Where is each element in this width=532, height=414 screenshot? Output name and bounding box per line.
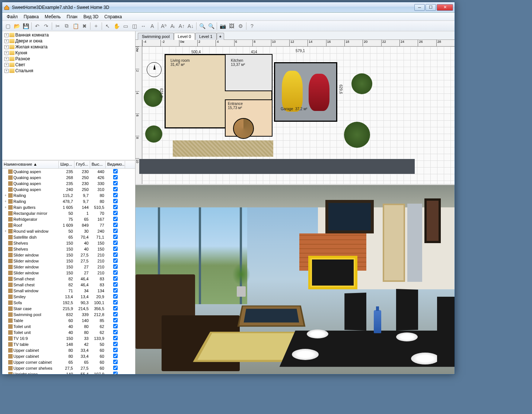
expand-icon[interactable]: + — [4, 63, 9, 67]
undo-button[interactable]: ↶ — [33, 22, 41, 30]
furniture-row[interactable]: Quaking aspen268250426 — [2, 175, 135, 181]
zoom-in-button[interactable]: 🔍 — [207, 22, 215, 30]
furniture-row[interactable]: Small chest8246,483 — [2, 282, 135, 288]
visible-checkbox[interactable] — [113, 342, 118, 346]
visible-checkbox[interactable] — [113, 258, 118, 263]
view-3d[interactable]: ✥ — [136, 185, 455, 374]
visible-checkbox[interactable] — [113, 282, 118, 287]
add-level-button[interactable]: + — [217, 33, 224, 40]
create-dimensions-button[interactable]: ↔ — [139, 22, 147, 30]
furniture-row[interactable]: Slider window15027,5210 — [2, 252, 135, 258]
furniture-row[interactable]: +Railing478,79,780 — [2, 198, 135, 204]
create-rooms-button[interactable]: ◫ — [130, 22, 138, 30]
visible-checkbox[interactable] — [113, 246, 118, 251]
garage-room[interactable] — [274, 62, 337, 122]
furniture-row[interactable]: Shelves15040150 — [2, 240, 135, 246]
furniture-row[interactable]: TV table1484250 — [2, 341, 135, 347]
furniture-row[interactable]: +Rain gutters1 605144510,5 — [2, 204, 135, 210]
expand-icon[interactable]: + — [4, 51, 9, 55]
furniture-row[interactable]: Upright piano14055,4107,9 — [2, 371, 135, 374]
floor-plan[interactable]: Living room31,47 м² Kitchen13,37 м² Entr… — [162, 51, 351, 174]
visible-checkbox[interactable] — [113, 223, 118, 227]
visible-checkbox[interactable] — [113, 175, 118, 179]
visible-checkbox[interactable] — [113, 264, 118, 269]
col-header-width[interactable]: Шир... — [59, 161, 74, 168]
visible-checkbox[interactable] — [113, 181, 118, 185]
furniture-row[interactable]: Satellite dish6570,471,1 — [2, 234, 135, 240]
furniture-row[interactable]: Upper corner shelves27,527,560 — [2, 365, 135, 371]
visible-checkbox[interactable] — [113, 235, 118, 239]
furniture-row[interactable]: Table6014085 — [2, 318, 135, 324]
furniture-catalog[interactable]: +Ванная комната+Двери и окна+Жилая комна… — [2, 31, 135, 161]
furniture-row[interactable]: Smiley13,413,420,9 — [2, 294, 135, 300]
visible-checkbox[interactable] — [113, 288, 118, 293]
select-button[interactable]: ↖ — [103, 22, 112, 30]
catalog-item[interactable]: +Ванная комната — [3, 32, 134, 38]
visible-checkbox[interactable] — [113, 252, 118, 257]
catalog-item[interactable]: +Разное — [3, 56, 134, 62]
expand-icon[interactable]: + — [4, 57, 9, 61]
new-file-button[interactable]: ▢ — [4, 22, 12, 30]
catalog-item[interactable]: +Свет — [3, 62, 134, 68]
text-bold-button[interactable]: Aᵇ — [160, 22, 168, 30]
paste-button[interactable]: 📋 — [71, 22, 80, 30]
furniture-row[interactable]: Slider window15027,5210 — [2, 258, 135, 264]
pool-area[interactable] — [139, 159, 415, 174]
visible-checkbox[interactable] — [113, 229, 118, 233]
furniture-row[interactable]: Quaking aspen240250310 — [2, 187, 135, 192]
furniture-row[interactable]: Stair case215,9214,5356,5 — [2, 306, 135, 312]
visible-checkbox[interactable] — [113, 211, 118, 215]
add-furniture-button[interactable]: ＋ — [92, 22, 100, 30]
furniture-row[interactable]: Upper corner cabinet656560 — [2, 359, 135, 365]
expand-icon[interactable]: + — [4, 39, 9, 43]
furniture-row[interactable]: Slider window15027210 — [2, 264, 135, 270]
visible-checkbox[interactable] — [113, 217, 118, 221]
menu-Вид 3D[interactable]: Вид 3D — [80, 13, 101, 20]
visible-checkbox[interactable] — [113, 318, 118, 322]
catalog-item[interactable]: +Двери и окна — [3, 38, 134, 44]
visible-checkbox[interactable] — [113, 366, 118, 370]
increase-size-button[interactable]: A↑ — [178, 22, 186, 30]
staircase[interactable] — [233, 118, 254, 139]
text-italic-button[interactable]: Aᵢ — [169, 22, 177, 30]
titlebar[interactable]: SweetHome3DExample7.sh3d - Sweet Home 3D… — [2, 2, 455, 13]
visible-checkbox[interactable] — [113, 348, 118, 352]
furniture-row[interactable]: +Railing115,29,780 — [2, 192, 135, 198]
furniture-row[interactable]: Roof1 60984977 — [2, 222, 135, 228]
plan-tab[interactable]: Level 0 — [174, 33, 195, 40]
camera-button[interactable]: 📷 — [219, 22, 227, 30]
furniture-row[interactable]: Upper cabinet8033,460 — [2, 353, 135, 359]
visible-checkbox[interactable] — [113, 294, 118, 299]
visible-checkbox[interactable] — [113, 354, 118, 358]
furniture-row[interactable]: Refridgerator7565167 — [2, 216, 135, 222]
create-text-button[interactable]: A — [148, 22, 156, 30]
furniture-row[interactable]: Quaking aspen235230440 — [2, 169, 135, 175]
furniture-row[interactable]: Toilet unit408062 — [2, 329, 135, 335]
visible-checkbox[interactable] — [113, 300, 118, 305]
col-header-name[interactable]: Наименование ▲ — [2, 161, 59, 168]
visible-checkbox[interactable] — [113, 241, 118, 245]
expand-icon[interactable]: + — [4, 194, 7, 197]
save-file-button[interactable]: 💾 — [22, 22, 30, 30]
furniture-row[interactable]: Sofa192,590,3100,1 — [2, 300, 135, 306]
expand-icon[interactable]: + — [4, 45, 9, 49]
col-header-depth[interactable]: Глуб... — [74, 161, 90, 168]
car-yellow[interactable] — [282, 71, 303, 112]
bush[interactable] — [351, 73, 372, 94]
furniture-row[interactable]: Shelves15040150 — [2, 246, 135, 252]
furniture-row[interactable]: +Round wall window5030240 — [2, 228, 135, 234]
col-header-height[interactable]: Выс... — [90, 161, 106, 168]
col-header-visible[interactable]: Видимо... — [106, 161, 125, 168]
pan-button[interactable]: ✋ — [112, 22, 121, 30]
furniture-row[interactable]: Slider window15027210 — [2, 270, 135, 276]
visible-checkbox[interactable] — [113, 187, 118, 191]
create-photo-button[interactable]: 🖼 — [227, 22, 236, 30]
visible-checkbox[interactable] — [113, 193, 118, 197]
open-file-button[interactable]: 📂 — [13, 22, 21, 30]
terrace[interactable] — [173, 140, 273, 157]
furniture-row[interactable]: Swimming pool832339212,8 — [2, 312, 135, 318]
visible-checkbox[interactable] — [113, 205, 118, 209]
delete-button[interactable]: ✖ — [80, 22, 89, 30]
redo-button[interactable]: ↷ — [42, 22, 50, 30]
furniture-row[interactable]: Small chest8246,483 — [2, 276, 135, 282]
